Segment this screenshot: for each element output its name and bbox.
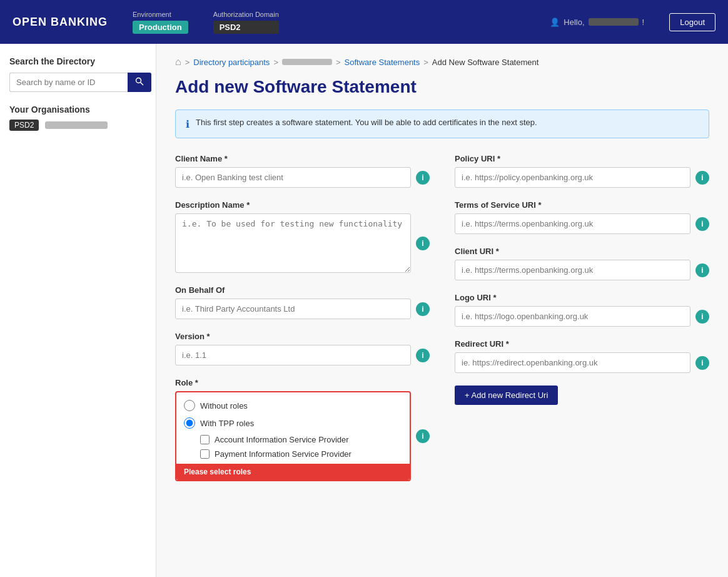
on-behalf-info-button[interactable]: i bbox=[416, 302, 430, 316]
redirect-uri-label: Redirect URI * bbox=[455, 339, 709, 349]
client-uri-group: Client URI * i bbox=[455, 247, 709, 280]
version-input[interactable] bbox=[175, 345, 411, 365]
breadcrumb-sep-2: > bbox=[273, 58, 278, 67]
form-grid: Client Name * i Description Name * i bbox=[175, 154, 709, 494]
redirect-uri-info-button[interactable]: i bbox=[695, 356, 709, 370]
client-name-group: Client Name * i bbox=[175, 154, 430, 188]
breadcrumb-sep-3: > bbox=[336, 58, 341, 67]
user-exclamation: ! bbox=[642, 18, 645, 27]
role-label: Role * bbox=[175, 378, 430, 387]
without-roles-radio[interactable] bbox=[184, 400, 195, 411]
breadcrumb-sep-4: > bbox=[423, 58, 428, 67]
policy-uri-label: Policy URI * bbox=[455, 154, 709, 163]
user-icon: 👤 bbox=[550, 18, 560, 27]
role-row: Without roles With TPP roles Account Inf… bbox=[175, 391, 430, 481]
client-uri-info-button[interactable]: i bbox=[695, 263, 709, 277]
logo-uri-info-button[interactable]: i bbox=[695, 310, 709, 324]
client-name-row: i bbox=[175, 167, 430, 188]
tos-row: i bbox=[455, 213, 709, 234]
with-tpp-roles-radio[interactable] bbox=[184, 417, 195, 429]
svg-line-1 bbox=[141, 83, 144, 86]
page-title: Add new Software Statement bbox=[175, 77, 709, 97]
environment-badge: Production bbox=[133, 21, 188, 34]
description-group: Description Name * i bbox=[175, 200, 430, 273]
breadcrumb-directory[interactable]: Directory participants bbox=[193, 58, 270, 67]
breadcrumb-current: Add New Software Statement bbox=[432, 58, 539, 67]
info-banner-icon: ℹ bbox=[186, 118, 190, 130]
info-banner-text: This first step creates a software state… bbox=[196, 118, 537, 127]
org-title: Your Organisations bbox=[9, 105, 146, 115]
client-name-input[interactable] bbox=[175, 167, 411, 188]
aisp-checkbox[interactable] bbox=[200, 435, 210, 444]
svg-point-0 bbox=[136, 78, 141, 83]
without-roles-option[interactable]: Without roles bbox=[184, 400, 402, 411]
description-row: i bbox=[175, 213, 430, 273]
redirect-uri-group: Redirect URI * i bbox=[455, 339, 709, 373]
add-redirect-group: + Add new Redirect Uri bbox=[455, 386, 709, 405]
main-content: ⌂ > Directory participants > > Software … bbox=[156, 44, 728, 577]
role-error-message: Please select roles bbox=[176, 464, 410, 480]
logout-button[interactable]: Logout bbox=[669, 13, 715, 31]
aisp-label: Account Information Service Provider bbox=[215, 435, 349, 444]
environment-section: Environment Production bbox=[133, 11, 188, 34]
search-box bbox=[9, 73, 146, 92]
client-uri-label: Client URI * bbox=[455, 247, 709, 256]
role-box: Without roles With TPP roles Account Inf… bbox=[175, 391, 411, 481]
description-input[interactable] bbox=[175, 213, 411, 273]
auth-domain-section: Authorization Domain PSD2 bbox=[213, 11, 279, 34]
org-item: PSD2 bbox=[9, 120, 146, 135]
user-prefix: Hello, bbox=[564, 18, 584, 27]
form-col-right: Policy URI * i Terms of Service URI * i bbox=[455, 154, 709, 494]
policy-uri-input[interactable] bbox=[455, 167, 690, 188]
policy-uri-info-button[interactable]: i bbox=[695, 171, 709, 185]
user-info: 👤 Hello, ! bbox=[550, 18, 644, 27]
with-tpp-roles-option[interactable]: With TPP roles bbox=[184, 417, 402, 429]
breadcrumb-sep-1: > bbox=[185, 58, 190, 67]
form-col-left: Client Name * i Description Name * i bbox=[175, 154, 430, 494]
on-behalf-input[interactable] bbox=[175, 299, 411, 319]
user-name-redacted bbox=[589, 18, 639, 26]
search-button[interactable] bbox=[128, 73, 151, 92]
search-icon bbox=[135, 77, 144, 86]
aisp-option[interactable]: Account Information Service Provider bbox=[200, 435, 402, 444]
version-info-button[interactable]: i bbox=[416, 349, 430, 362]
logo-uri-row: i bbox=[455, 306, 709, 327]
description-label: Description Name * bbox=[175, 200, 430, 210]
pisp-label: Payment Information Service Provider bbox=[215, 449, 351, 459]
breadcrumb-org-redacted bbox=[282, 59, 332, 65]
description-info-button[interactable]: i bbox=[416, 237, 430, 250]
search-input[interactable] bbox=[9, 73, 128, 92]
version-group: Version * i bbox=[175, 332, 430, 365]
org-name-redacted bbox=[45, 121, 108, 129]
sidebar: Search the Directory Your Organisations … bbox=[0, 44, 156, 577]
client-name-info-button[interactable]: i bbox=[416, 171, 430, 185]
search-title: Search the Directory bbox=[9, 56, 146, 66]
logo-uri-input[interactable] bbox=[455, 306, 690, 327]
org-badge: PSD2 bbox=[9, 120, 39, 131]
auth-domain-label: Authorization Domain bbox=[213, 11, 279, 18]
breadcrumb: ⌂ > Directory participants > > Software … bbox=[175, 56, 709, 68]
on-behalf-label: On Behalf Of bbox=[175, 285, 430, 295]
redirect-uri-row: i bbox=[455, 352, 709, 373]
policy-uri-row: i bbox=[455, 167, 709, 188]
role-info-button[interactable]: i bbox=[416, 429, 430, 443]
without-roles-label: Without roles bbox=[200, 401, 248, 411]
with-tpp-roles-label: With TPP roles bbox=[200, 419, 254, 428]
tos-input[interactable] bbox=[455, 213, 690, 234]
redirect-uri-input[interactable] bbox=[455, 352, 690, 373]
logo-uri-group: Logo URI * i bbox=[455, 293, 709, 327]
on-behalf-group: On Behalf Of i bbox=[175, 285, 430, 319]
pisp-option[interactable]: Payment Information Service Provider bbox=[200, 449, 402, 459]
version-row: i bbox=[175, 345, 430, 365]
breadcrumb-software-statements[interactable]: Software Statements bbox=[345, 58, 420, 67]
add-redirect-button[interactable]: + Add new Redirect Uri bbox=[455, 386, 558, 405]
tos-label: Terms of Service URI * bbox=[455, 200, 709, 210]
policy-uri-group: Policy URI * i bbox=[455, 154, 709, 188]
home-icon[interactable]: ⌂ bbox=[175, 56, 181, 68]
client-uri-input[interactable] bbox=[455, 260, 690, 280]
pisp-checkbox[interactable] bbox=[200, 449, 210, 459]
info-banner: ℹ This first step creates a software sta… bbox=[175, 110, 709, 138]
tos-info-button[interactable]: i bbox=[695, 217, 709, 231]
role-group: Role * Without roles With TPP roles bbox=[175, 378, 430, 481]
brand-logo: OPEN BANKING bbox=[13, 16, 108, 29]
